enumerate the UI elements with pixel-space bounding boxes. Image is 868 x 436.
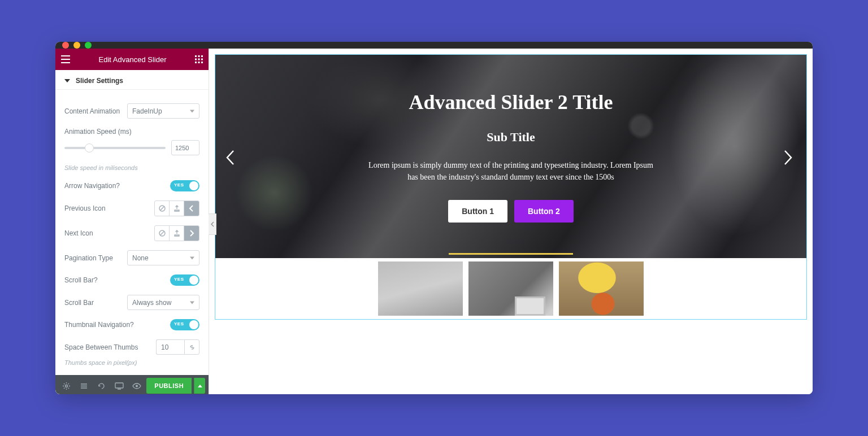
row-content-animation: Content Animation FadeInUp	[64, 103, 199, 119]
publish-dropdown-button[interactable]	[194, 378, 205, 394]
hint-thumbs-space: Thumbs space in pixel(px)	[64, 359, 199, 366]
widgets-grid-icon[interactable]	[195, 55, 203, 63]
slider-next-button[interactable]	[783, 150, 796, 163]
section-title: Slider Settings	[76, 77, 123, 85]
chevron-right-icon[interactable]	[184, 226, 199, 241]
svg-rect-2	[201, 55, 203, 57]
svg-line-12	[160, 232, 164, 236]
label-arrow-navigation: Arrow Navigation?	[64, 182, 120, 190]
row-pagination-type: Pagination Type None	[64, 250, 199, 265]
caret-down-icon	[64, 79, 70, 82]
slider-thumbnail[interactable]	[559, 261, 644, 316]
sidebar-title: Edit Advanced Slider	[99, 55, 167, 64]
svg-rect-5	[201, 59, 203, 60]
row-animation-speed: Animation Speed (ms) Slide speed in mili…	[64, 128, 199, 171]
panel-collapse-handle[interactable]	[209, 213, 216, 235]
window-titlebar	[55, 42, 813, 49]
svg-rect-3	[195, 59, 197, 60]
svg-point-15	[136, 385, 138, 387]
sidebar: Edit Advanced Slider Slider Settings Con…	[55, 49, 209, 394]
slide-subtitle: Sub Title	[487, 130, 535, 145]
svg-rect-6	[195, 62, 197, 63]
slide-main: Advanced Slider 2 Title Sub Title Lorem …	[215, 55, 806, 258]
select-content-animation[interactable]: FadeInUp	[127, 103, 199, 119]
input-space-between-thumbs[interactable]	[156, 339, 184, 355]
select-pagination-type[interactable]: None	[127, 250, 199, 265]
slide-description: Lorem ipsum is simply dummy text of the …	[364, 159, 658, 183]
gear-icon[interactable]	[59, 377, 74, 394]
hint-animation-speed: Slide speed in miliseconds	[64, 164, 199, 171]
slide-button-2[interactable]: Button 2	[514, 200, 574, 223]
row-scroll-bar-mode: Scroll Bar Always show	[64, 295, 199, 310]
responsive-icon[interactable]	[111, 377, 127, 394]
icon-group-previous	[154, 200, 199, 216]
none-icon[interactable]	[155, 226, 170, 241]
label-space-between-thumbs: Space Between Thumbs	[64, 343, 138, 351]
navigator-icon[interactable]	[76, 377, 92, 394]
minimize-window-icon[interactable]	[73, 42, 80, 49]
svg-rect-0	[195, 55, 197, 57]
link-icon[interactable]	[184, 339, 199, 355]
menu-icon[interactable]	[61, 55, 70, 63]
slider-thumbnail[interactable]	[378, 261, 463, 316]
sidebar-header: Edit Advanced Slider	[55, 49, 209, 70]
slider-prev-button[interactable]	[225, 150, 239, 163]
label-scroll-bar-mode: Scroll Bar	[64, 299, 94, 307]
label-pagination-type: Pagination Type	[64, 254, 113, 262]
svg-line-10	[160, 207, 164, 211]
svg-rect-8	[201, 62, 203, 63]
label-content-animation: Content Animation	[64, 107, 120, 115]
svg-rect-14	[115, 383, 123, 388]
toggle-thumbnail-navigation[interactable]: YES	[170, 319, 199, 330]
maximize-window-icon[interactable]	[85, 42, 92, 49]
slider-progress-bar	[449, 253, 573, 255]
slide-title: Advanced Slider 2 Title	[409, 90, 613, 114]
upload-icon[interactable]	[170, 226, 184, 241]
svg-rect-4	[198, 59, 200, 60]
slider-animation-speed[interactable]	[64, 143, 166, 153]
controls-panel: Content Animation FadeInUp Animation Spe…	[55, 90, 209, 375]
input-animation-speed[interactable]	[171, 140, 199, 155]
slider-thumbnails	[215, 258, 806, 319]
label-next-icon: Next Icon	[64, 229, 93, 237]
close-window-icon[interactable]	[62, 42, 69, 49]
app-window: Edit Advanced Slider Slider Settings Con…	[55, 42, 813, 394]
svg-point-13	[66, 385, 68, 387]
toggle-arrow-navigation[interactable]: YES	[170, 180, 199, 191]
label-animation-speed: Animation Speed (ms)	[64, 128, 132, 136]
label-scroll-bar-toggle: Scroll Bar?	[64, 276, 98, 284]
chevron-left-icon[interactable]	[184, 201, 199, 216]
select-scroll-bar-mode[interactable]: Always show	[127, 295, 199, 310]
row-previous-icon: Previous Icon	[64, 200, 199, 216]
toggle-scroll-bar[interactable]: YES	[170, 274, 199, 286]
panel-section-header[interactable]: Slider Settings	[55, 70, 209, 90]
preview-canvas: Advanced Slider 2 Title Sub Title Lorem …	[209, 49, 813, 394]
slider-thumbnail[interactable]	[468, 261, 553, 316]
app-body: Edit Advanced Slider Slider Settings Con…	[55, 49, 813, 394]
bottom-bar: PUBLISH	[55, 375, 209, 394]
none-icon[interactable]	[155, 201, 170, 216]
svg-rect-7	[198, 62, 200, 63]
icon-group-next	[154, 225, 199, 241]
slider-widget[interactable]: Advanced Slider 2 Title Sub Title Lorem …	[215, 54, 807, 320]
upload-icon[interactable]	[170, 201, 184, 216]
row-arrow-navigation: Arrow Navigation? YES	[64, 180, 199, 191]
publish-button[interactable]: PUBLISH	[146, 378, 192, 394]
row-next-icon: Next Icon	[64, 225, 199, 241]
row-thumbnail-navigation: Thumbnail Navigation? YES	[64, 319, 199, 330]
svg-rect-1	[198, 55, 200, 57]
history-icon[interactable]	[94, 377, 109, 394]
row-space-between-thumbs: Space Between Thumbs	[64, 339, 199, 355]
row-scroll-bar-toggle: Scroll Bar? YES	[64, 274, 199, 286]
preview-icon[interactable]	[129, 377, 144, 394]
label-previous-icon: Previous Icon	[64, 204, 106, 212]
label-thumbnail-navigation: Thumbnail Navigation?	[64, 321, 134, 329]
slide-button-1[interactable]: Button 1	[448, 200, 507, 223]
slide-buttons: Button 1 Button 2	[448, 200, 574, 223]
